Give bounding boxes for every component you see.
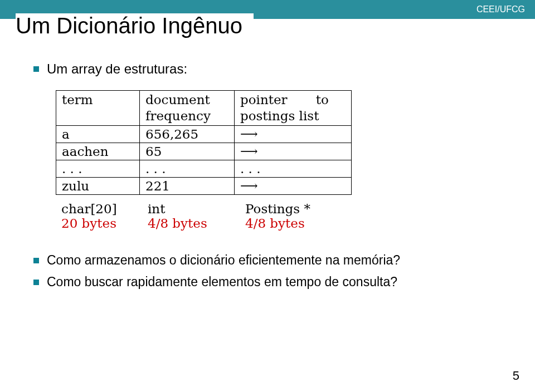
- bullet-intro-text: Um array de estruturas:: [47, 61, 187, 77]
- cell-freq: . . .: [140, 160, 235, 177]
- bullet-icon: [33, 66, 39, 72]
- hdr-doc-l2: frequency: [145, 109, 211, 123]
- cell-freq: 656,265: [140, 125, 235, 143]
- cell-ptr: ⟶: [235, 143, 352, 160]
- bullet-intro: Um array de estruturas:: [33, 61, 513, 77]
- dictionary-table-wrap: term document frequency pointer to posti…: [56, 90, 513, 195]
- bytes-line: 20 bytes 4/8 bytes 4/8 bytes: [61, 216, 513, 231]
- slide-content: Um array de estruturas: term document fr…: [33, 61, 513, 296]
- hdr-ptr-l1: pointer: [240, 92, 288, 107]
- cell-term: aachen: [56, 143, 140, 160]
- table-row: . . . . . . . . .: [56, 160, 352, 177]
- table-row: aachen 65 ⟶: [56, 143, 352, 160]
- type-c1: char[20]: [61, 202, 148, 216]
- table-header-row: term document frequency pointer to posti…: [56, 91, 352, 126]
- bytes-c1: 20 bytes: [61, 216, 148, 231]
- cell-ptr: . . .: [235, 160, 352, 177]
- lower-bullets: Como armazenamos o dicionário eficientem…: [33, 253, 513, 290]
- bullet-icon: [33, 280, 39, 285]
- type-c2: int: [148, 202, 245, 216]
- bullet-icon: [33, 258, 39, 263]
- bytes-c2: 4/8 bytes: [148, 216, 245, 231]
- bullet-q2: Como buscar rapidamente elementos em tem…: [33, 275, 513, 290]
- hdr-doc-l1: document: [145, 92, 210, 107]
- cell-term: zulu: [56, 177, 140, 194]
- type-c3: Postings *: [245, 202, 357, 216]
- header-org-label: CEEI/UFCG: [476, 4, 525, 14]
- cell-freq: 221: [140, 177, 235, 194]
- page-number: 5: [513, 369, 519, 383]
- types-line: char[20] int Postings *: [61, 202, 513, 216]
- dictionary-table: term document frequency pointer to posti…: [56, 90, 352, 195]
- table-row: a 656,265 ⟶: [56, 125, 352, 143]
- cell-ptr: ⟶: [235, 177, 352, 194]
- bytes-c3: 4/8 bytes: [245, 216, 357, 231]
- types-annotation: char[20] int Postings * 20 bytes 4/8 byt…: [61, 202, 513, 231]
- hdr-pointer: pointer to postings list: [235, 91, 352, 126]
- table-row: zulu 221 ⟶: [56, 177, 352, 194]
- cell-ptr: ⟶: [235, 125, 352, 143]
- hdr-ptr-l3: postings list: [240, 109, 319, 123]
- hdr-docfreq: document frequency: [140, 91, 235, 126]
- bullet-q1: Como armazenamos o dicionário eficientem…: [33, 253, 513, 268]
- cell-freq: 65: [140, 143, 235, 160]
- cell-term: . . .: [56, 160, 140, 177]
- bullet-q1-text: Como armazenamos o dicionário eficientem…: [47, 253, 400, 268]
- bullet-q2-text: Como buscar rapidamente elementos em tem…: [47, 275, 397, 290]
- hdr-term: term: [56, 91, 140, 126]
- slide-title: Um Dicionário Ingênuo: [16, 13, 254, 38]
- cell-term: a: [56, 125, 140, 143]
- hdr-ptr-l2: to: [316, 92, 329, 107]
